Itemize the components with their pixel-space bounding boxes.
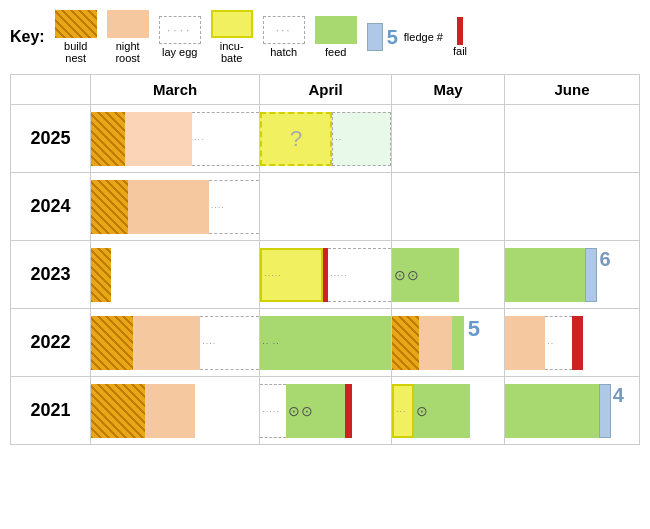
may-2025 [391, 105, 504, 173]
key-item-incubate: incu-bate [211, 10, 253, 64]
lay-egg2-dots-icon: ····· [328, 249, 391, 301]
activity-lay-egg-2: ····· [328, 248, 391, 302]
key-item-build-nest: buildnest [55, 10, 97, 64]
key-item-lay-egg: ···· lay egg [159, 16, 201, 58]
key-text-lay-egg: lay egg [162, 46, 197, 58]
activity-fledge [599, 384, 611, 438]
activity-build-nest [91, 384, 145, 438]
activity-feed-2 [505, 248, 585, 302]
key-text-hatch: hatch [270, 46, 297, 58]
june-2024 [505, 173, 640, 241]
key-item-hatch: ··· hatch [263, 16, 305, 58]
fledge-number-2023: 6 [599, 248, 610, 302]
activity-build-nest [91, 112, 125, 166]
activity-lay-egg: ··· [192, 112, 259, 166]
activity-fail [345, 384, 352, 438]
key-text-incubate: incu-bate [220, 40, 244, 64]
lay-egg-dots-icon: ···· [209, 181, 259, 233]
activity-build-nest-2 [392, 316, 419, 370]
feed-dots-icon: ⊙⊙ [392, 248, 459, 302]
activity-night-roost-june [505, 316, 545, 370]
activity-lay-egg: ···· [209, 180, 259, 234]
fledge-number-2022-label: 5 [464, 316, 484, 370]
table-row: 2022 ···· ·· ·· [11, 309, 640, 377]
activity-night-roost [125, 112, 192, 166]
activity-build-nest [91, 180, 128, 234]
april-2021: ····· ⊙⊙ [260, 377, 392, 445]
activity-night-roost-2 [419, 316, 453, 370]
key-text-fail: fail [453, 45, 467, 57]
key-swatch-lay-egg: ···· [159, 16, 201, 44]
fledge-number-2021: 4 [613, 384, 624, 438]
april-2022: ·· ·· [260, 309, 392, 377]
key-item-night-roost: nightroost [107, 10, 149, 64]
header-april: April [260, 75, 392, 105]
activity-night-roost [128, 180, 209, 234]
key-text-build-nest: buildnest [64, 40, 87, 64]
year-2024: 2024 [11, 173, 91, 241]
lay-egg-dots-icon: ··· [192, 113, 259, 165]
key-label: Key: [10, 28, 45, 46]
activity-incubate: ? [260, 112, 332, 166]
header-year [11, 75, 91, 105]
main-container: Key: buildnest nightroost ···· lay egg i… [0, 0, 650, 529]
year-2022: 2022 [11, 309, 91, 377]
feed-april-dots-icon: ·· ·· [260, 316, 391, 370]
activity-fail-june [572, 316, 583, 370]
table-row: 2024 ···· [11, 173, 640, 241]
activity-incubate: ··· [392, 384, 414, 438]
june-2021: 4 [505, 377, 640, 445]
activity-build-nest [91, 248, 111, 302]
table-row: 2021 ····· ⊙⊙ [11, 377, 640, 445]
feed-may-dots-icon: ⊙ [414, 384, 470, 438]
june-2022: ·· [505, 309, 640, 377]
activity-lay-egg-june: ·· [545, 316, 572, 370]
key-swatch-night-roost [107, 10, 149, 38]
header-march: March [91, 75, 260, 105]
may-2021: ··· ⊙ [391, 377, 504, 445]
activity-night-roost [145, 384, 195, 438]
march-2025: ··· [91, 105, 260, 173]
key-swatch-fail [457, 17, 463, 45]
activity-feed: ⊙⊙ [286, 384, 345, 438]
april-2025: ? ·· [260, 105, 392, 173]
activity-feed: ⊙⊙ [392, 248, 459, 302]
key-swatch-hatch: ··· [263, 16, 305, 44]
may-2022: 5 [391, 309, 504, 377]
june-2023: 6 [505, 241, 640, 309]
activity-incubate: ····· [260, 248, 323, 302]
key-section: Key: buildnest nightroost ···· lay egg i… [10, 10, 640, 64]
calendar-header-row: March April May June [11, 75, 640, 105]
activity-night-roost [133, 316, 200, 370]
header-june: June [505, 75, 640, 105]
table-row: 2025 ··· [11, 105, 640, 173]
activity-lay-egg: ····· [260, 384, 286, 438]
key-text-night-roost: nightroost [115, 40, 139, 64]
may-2023: ⊙⊙ [391, 241, 504, 309]
calendar-table: March April May June 2025 · [10, 74, 640, 445]
march-2022: ···· [91, 309, 260, 377]
hatch-dots-icon: ·· [333, 113, 390, 165]
june-2025 [505, 105, 640, 173]
activity-build-nest [91, 316, 133, 370]
activity-lay-egg: ···· [200, 316, 259, 370]
key-swatch-incubate [211, 10, 253, 38]
key-swatch-build-nest [55, 10, 97, 38]
year-2025: 2025 [11, 105, 91, 173]
march-2021 [91, 377, 260, 445]
incubate-dots-icon: ····· [262, 250, 321, 300]
march-2024: ···· [91, 173, 260, 241]
activity-feed-may: ⊙ [414, 384, 470, 438]
key-item-feed: feed [315, 16, 357, 58]
year-2023: 2023 [11, 241, 91, 309]
activity-fledge [585, 248, 597, 302]
activity-feed-june [505, 384, 599, 438]
key-text-fledge: fledge # [404, 31, 443, 43]
year-2021: 2021 [11, 377, 91, 445]
activity-feed-april: ·· ·· [260, 316, 391, 370]
feed-dots-icon: ⊙⊙ [286, 384, 345, 438]
lay-egg-dots-icon: ····· [260, 385, 286, 437]
key-item-fledge: 5 fledge # [367, 23, 443, 51]
activity-hatch: ·· [332, 112, 391, 166]
lay-egg-dots-icon: ···· [200, 317, 259, 369]
